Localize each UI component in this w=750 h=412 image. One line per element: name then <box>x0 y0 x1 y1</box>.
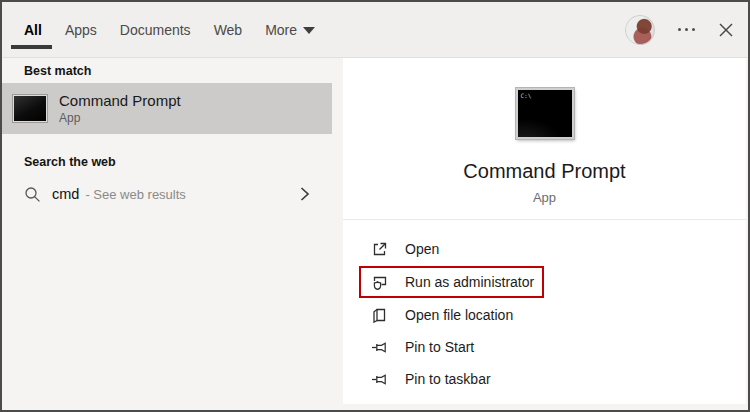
search-icon <box>24 186 41 203</box>
launch-icon <box>370 240 388 258</box>
tab-all[interactable]: All <box>24 2 42 57</box>
action-open[interactable]: Open <box>370 234 746 264</box>
tab-documents[interactable]: Documents <box>120 2 191 57</box>
tab-apps[interactable]: Apps <box>65 2 97 57</box>
best-match-subtitle: App <box>59 111 181 125</box>
detail-card: C:\ Command Prompt App Open <box>343 58 746 404</box>
detail-title: Command Prompt <box>343 160 746 183</box>
admin-shield-icon <box>370 273 388 291</box>
pin-icon <box>370 370 388 388</box>
topbar-controls <box>625 15 734 45</box>
tab-documents-label: Documents <box>120 22 191 38</box>
command-prompt-icon-large: C:\ <box>516 88 574 139</box>
user-avatar[interactable] <box>625 15 655 45</box>
active-tab-underline <box>11 45 52 49</box>
tab-all-label: All <box>24 22 42 38</box>
action-open-label: Open <box>405 241 439 257</box>
web-search-result[interactable]: cmd - See web results <box>2 176 332 212</box>
filter-tabs: All Apps Documents Web More <box>24 2 315 57</box>
terminal-prompt-text: C:\ <box>521 92 532 99</box>
chevron-down-icon <box>303 27 315 34</box>
tab-apps-label: Apps <box>65 22 97 38</box>
search-filter-tabbar: All Apps Documents Web More <box>2 2 748 58</box>
file-location-icon <box>370 306 388 324</box>
web-suffix-text: - See web results <box>85 187 185 202</box>
action-list: Open Run as administrator <box>343 220 746 394</box>
pin-icon <box>370 338 388 356</box>
tab-web[interactable]: Web <box>214 2 243 57</box>
action-open-file-location-label: Open file location <box>405 307 513 323</box>
more-options-icon[interactable] <box>674 24 699 35</box>
results-pane: Best match Command Prompt App Search the… <box>2 58 343 409</box>
action-pin-to-start-label: Pin to Start <box>405 339 474 355</box>
tab-web-label: Web <box>214 22 243 38</box>
action-pin-to-taskbar[interactable]: Pin to taskbar <box>370 364 746 394</box>
tab-more-label: More <box>265 22 297 38</box>
best-match-title: Command Prompt <box>59 92 181 109</box>
chevron-right-icon[interactable] <box>300 186 310 202</box>
action-open-file-location[interactable]: Open file location <box>370 300 746 330</box>
best-match-text: Command Prompt App <box>59 92 181 125</box>
action-run-as-administrator[interactable]: Run as administrator <box>370 269 534 295</box>
best-match-heading: Best match <box>24 64 91 78</box>
close-icon[interactable] <box>718 22 734 38</box>
detail-subtitle: App <box>343 190 746 205</box>
action-run-as-administrator-label: Run as administrator <box>405 274 534 290</box>
search-the-web-heading: Search the web <box>24 155 116 169</box>
search-results-content: Best match Command Prompt App Search the… <box>2 58 748 409</box>
search-flyout-window: All Apps Documents Web More <box>0 0 750 412</box>
action-pin-to-taskbar-label: Pin to taskbar <box>405 371 491 387</box>
web-query-text: cmd <box>52 186 79 202</box>
tab-more[interactable]: More <box>265 2 315 57</box>
annotation-highlight-box: Run as administrator <box>359 266 544 298</box>
command-prompt-icon <box>13 95 47 122</box>
best-match-result-command-prompt[interactable]: Command Prompt App <box>2 83 332 134</box>
action-pin-to-start[interactable]: Pin to Start <box>370 332 746 362</box>
